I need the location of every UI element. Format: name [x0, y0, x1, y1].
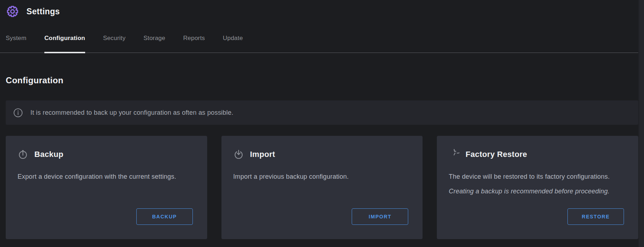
import-button[interactable]: IMPORT [352, 208, 408, 225]
upload-icon [18, 149, 28, 160]
page-title: Settings [26, 7, 60, 16]
tab-storage[interactable]: Storage [143, 35, 165, 53]
tab-configuration[interactable]: Configuration [44, 35, 85, 53]
factory-restore-card-title: Factory Restore [465, 150, 527, 159]
section-heading: Configuration [6, 75, 638, 85]
factory-restore-card-description: The device will be restored to its facto… [449, 173, 624, 181]
backup-card-description: Export a device configuration with the c… [18, 173, 193, 181]
restore-button[interactable]: RESTORE [567, 208, 624, 225]
info-banner: It is recommended to back up your config… [6, 100, 638, 125]
tab-system[interactable]: System [6, 35, 26, 53]
settings-gear-icon [6, 5, 19, 18]
backup-card-title: Backup [34, 150, 63, 159]
factory-restore-card-note: Creating a backup is recommended before … [449, 188, 624, 195]
info-banner-text: It is recommended to back up your config… [30, 109, 233, 117]
tab-update[interactable]: Update [223, 35, 243, 53]
import-card: Import Import a previous backup configur… [221, 136, 423, 239]
info-icon [13, 108, 23, 118]
import-card-description: Import a previous backup configuration. [233, 173, 409, 181]
backup-button[interactable]: BACKUP [136, 208, 193, 225]
cards-row: Backup Export a device configuration wit… [6, 136, 638, 239]
tab-bar: System Configuration Security Storage Re… [0, 35, 644, 53]
main-content: Configuration It is recommended to back … [0, 75, 644, 239]
timer-icon [449, 149, 459, 160]
import-card-title: Import [250, 150, 275, 159]
tab-reports[interactable]: Reports [183, 35, 205, 53]
backup-card: Backup Export a device configuration wit… [6, 136, 207, 239]
download-icon [233, 149, 244, 160]
factory-restore-card: Factory Restore The device will be resto… [437, 136, 638, 239]
tab-security[interactable]: Security [103, 35, 126, 53]
page-header: Settings [0, 0, 644, 18]
